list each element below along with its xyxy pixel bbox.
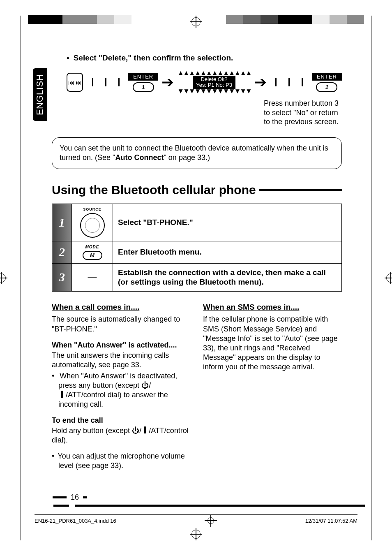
step-icon-mode: MODE M	[72, 241, 113, 263]
p-text-pre: Hold any button (except	[52, 426, 132, 435]
section-title-text: Using the Bluetooth cellular phone	[52, 183, 256, 197]
prev-icon: ⏮	[68, 79, 74, 86]
arrow-icon: ➔	[254, 75, 267, 90]
list-item: You can adjust the microphone volume lev…	[52, 452, 191, 470]
print-footer: EN16-21_PDR61_003A_4.indd 16 12/31/07 11…	[35, 514, 357, 524]
dial-illustration: ⏮ ⏭	[67, 73, 83, 92]
table-row: 3 — Establish the connection with a devi…	[52, 263, 342, 292]
footer-timestamp: 12/31/07 11:07:52 AM	[305, 518, 357, 524]
enter-button-group-1: ENTER 1	[128, 73, 158, 92]
crop-mark-right	[386, 273, 392, 283]
right-column: When an SMS comes in.... If the cellular…	[203, 302, 342, 470]
blink-triangles-bottom: ▼▼▼▼▼▼▼▼▼▼▼▼▼	[177, 89, 251, 94]
body-text: The unit answers the incoming calls auto…	[52, 351, 191, 370]
two-column-body: When a call comes in.... The source is a…	[52, 302, 342, 470]
lcd-line-1: Delete Ok?	[196, 76, 232, 82]
side-note: Press number button 3 to select "No" or …	[264, 99, 342, 127]
next-icon: ⏭	[76, 79, 82, 86]
enter-label: ENTER	[128, 73, 158, 81]
crop-mark-center-icon	[208, 517, 214, 524]
body-text: If the cellular phone is compatible with…	[203, 315, 342, 371]
page-number: 16	[53, 493, 87, 502]
info-text-post: " on page 33.)	[164, 153, 210, 162]
step-number: 1	[52, 204, 72, 241]
dash-icon: —	[88, 272, 97, 282]
side-note-wrap: Press number button 3 to select "No" or …	[264, 99, 342, 127]
list-item: When "Auto Answer" is deactivated, press…	[52, 371, 191, 409]
page-content: Select "Delete," then confirm the select…	[52, 53, 342, 470]
left-column: When a call comes in.... The source is a…	[52, 302, 191, 470]
enter-label: ENTER	[312, 73, 342, 81]
step-icon-source: SOURCE	[72, 204, 113, 241]
blink-triangles-top: ▲▲▲▲▲▲▲▲▲▲▲▲▲	[177, 71, 251, 76]
language-tab: ENGLISH	[33, 68, 47, 121]
source-label: SOURCE	[74, 207, 111, 211]
subhead-end-call: To end the call	[52, 416, 191, 425]
illustration-row: ⏮ ⏭ ENTER 1 ➔ ▲▲▲▲▲▲▲▲▲▲▲▲▲ Delete Ok? Y…	[67, 71, 342, 94]
enter-button-group-2: ENTER 1	[312, 73, 342, 92]
number-button-1: 1	[133, 82, 154, 92]
section-title: Using the Bluetooth cellular phone	[52, 183, 342, 197]
subhead-call-in: When a call comes in....	[52, 302, 191, 312]
table-row: 1 SOURCE Select "BT-PHONE."	[52, 204, 342, 241]
table-row: 2 MODE M Enter Bluetooth menu.	[52, 241, 342, 263]
scroll-arc-icon	[86, 78, 125, 86]
info-text-bold: Auto Connect	[115, 153, 164, 162]
step-text: Establish the connection with a device, …	[113, 263, 342, 292]
crop-mark-left	[0, 273, 6, 283]
delete-instruction: Select "Delete," then confirm the select…	[67, 53, 342, 63]
color-bar-right	[226, 15, 364, 24]
subhead-auto-answer: When "Auto Answer" is activated....	[52, 341, 191, 350]
li-text-pre: When "Auto Answer" is deactivated, press…	[58, 372, 177, 389]
footer-filename: EN16-21_PDR61_003A_4.indd 16	[35, 518, 116, 524]
body-text: The source is automatically changed to "…	[52, 315, 191, 334]
lcd-display: ▲▲▲▲▲▲▲▲▲▲▲▲▲ Delete Ok? Yes: P1 No: P3 …	[177, 71, 251, 94]
arrow-icon: ➔	[161, 75, 174, 90]
mode-button-icon: M	[83, 251, 102, 260]
auto-connect-info-box: You can set the unit to connect the Blue…	[52, 137, 342, 169]
step-number: 2	[52, 241, 72, 263]
crop-mark-bottom	[0, 530, 392, 539]
bottom-rule	[53, 505, 365, 507]
subhead-sms-in: When an SMS comes in....	[203, 302, 342, 312]
scroll-arc-icon	[270, 78, 309, 86]
step-text: Select "BT-PHONE."	[113, 204, 342, 241]
power-att-icon: ⏻/❙/ATT	[132, 426, 164, 435]
source-knob-icon	[80, 213, 105, 238]
mode-label: MODE	[74, 245, 111, 249]
body-text: Hold any button (except ⏻/❙/ATT/control …	[52, 426, 191, 445]
color-bar-left	[28, 15, 131, 24]
step-number: 3	[52, 263, 72, 292]
number-button-1: 1	[316, 82, 337, 92]
step-icon-none: —	[72, 263, 113, 292]
steps-table: 1 SOURCE Select "BT-PHONE." 2 MODE M Ent…	[52, 204, 342, 292]
step-text: Enter Bluetooth menu.	[113, 241, 342, 263]
